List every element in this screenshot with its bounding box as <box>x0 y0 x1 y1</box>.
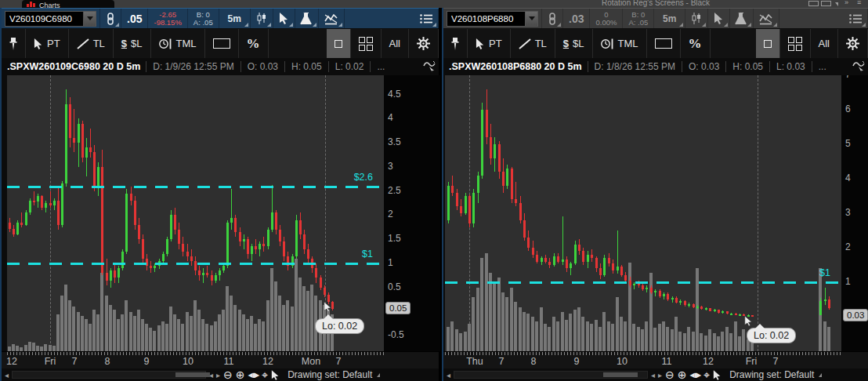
zoom-out-icon[interactable]: ⊖ <box>223 369 233 380</box>
price-axis-right[interactable]: 76543210.03 <box>841 75 868 351</box>
scroll-left-icon[interactable]: ◂ <box>447 371 450 379</box>
volume-bar <box>153 331 156 351</box>
tml-tool-button[interactable]: TML <box>151 29 205 58</box>
volume-bar <box>602 312 606 351</box>
volume-bar <box>544 324 547 351</box>
chart-menu-button[interactable] <box>844 9 868 28</box>
symbol-input[interactable] <box>447 11 525 27</box>
zoom-in-icon[interactable]: ⊕ <box>236 369 245 380</box>
x-axis-tick: 9 <box>144 356 150 367</box>
zoom-in-icon[interactable]: ⊕ <box>678 369 687 380</box>
link-button[interactable] <box>100 9 121 28</box>
drawing-set-label[interactable]: Drawing set: Default <box>288 369 372 380</box>
step-left-icon[interactable]: ◂ <box>651 371 655 379</box>
all-charts-button[interactable]: All <box>382 29 409 58</box>
patterns-button[interactable] <box>754 9 779 28</box>
drawing-set-label[interactable]: Drawing set: Default <box>729 369 814 380</box>
price-plot-right[interactable]: $1Lo: 0.02 <box>445 75 841 351</box>
studies-button[interactable] <box>295 9 319 28</box>
window-menu-icon[interactable]: ≡ <box>857 0 861 6</box>
percent-tool-button[interactable]: % <box>681 29 711 58</box>
studies-button[interactable] <box>730 9 754 28</box>
symbol-input[interactable] <box>5 11 83 27</box>
pt-tool-button[interactable]: PT <box>468 29 511 58</box>
window-restore-icon[interactable] <box>808 1 819 6</box>
volume-bar <box>472 297 475 351</box>
price-axis-left[interactable]: 54.543.532.521.510.5-0.50.05 <box>384 75 440 351</box>
symbol-dropdown-button[interactable] <box>83 11 96 27</box>
all-charts-button[interactable]: All <box>811 29 838 58</box>
crosshair-icon[interactable]: ⌖ <box>262 369 268 380</box>
tab-charts[interactable]: Charts <box>22 0 114 8</box>
window-dropdown-icon[interactable] <box>835 2 838 6</box>
scrollbar-thumb[interactable] <box>603 372 638 377</box>
chart-settings-button[interactable] <box>838 29 868 58</box>
link-button[interactable] <box>542 9 563 28</box>
tl-tool-button[interactable]: TL <box>69 29 114 58</box>
scrollbar-thumb[interactable] <box>175 372 210 377</box>
price-plot-left[interactable]: $2.6$1Lo: 0.02 <box>7 75 384 351</box>
pointer-mode-icon[interactable] <box>271 370 280 380</box>
step-right-icon[interactable]: ▸ <box>658 371 662 379</box>
grid-view-button[interactable] <box>780 29 811 58</box>
rectangle-tool-button[interactable] <box>205 29 239 58</box>
header-more-button[interactable]: ... <box>370 61 391 72</box>
tl-tool-button[interactable]: TL <box>511 29 555 58</box>
candle-body <box>700 307 703 309</box>
last-price-bubble: 0.03 <box>843 309 868 321</box>
chart-tab-icon <box>27 1 35 7</box>
bar-width-icon[interactable]: ◀▮▶ <box>248 372 259 379</box>
timeframe-button[interactable]: 5m <box>219 9 251 28</box>
chart-menu-button[interactable] <box>414 9 439 28</box>
drawing-toggle-icon[interactable] <box>852 61 865 73</box>
pt-tool-button[interactable]: PT <box>26 29 69 58</box>
expand-icon[interactable]: » <box>844 0 848 6</box>
sl-tool-button[interactable]: $ $L <box>555 29 593 58</box>
step-right-icon[interactable]: ▸ <box>216 371 220 379</box>
patterns-button[interactable] <box>319 9 345 28</box>
chart-type-button[interactable] <box>251 9 273 28</box>
time-scrollbar[interactable] <box>454 371 648 379</box>
pointer-tool-button[interactable] <box>708 9 730 28</box>
single-chart-view-button[interactable] <box>756 29 780 58</box>
scroll-left-icon[interactable]: ◂ <box>5 371 9 379</box>
volume-bar <box>704 336 707 351</box>
header-more-button[interactable]: ... <box>812 61 833 72</box>
time-axis-left[interactable]: 12Fri789101112Mon7 <box>2 351 439 368</box>
volume-bar <box>476 288 479 351</box>
single-chart-view-button[interactable] <box>327 29 351 58</box>
drawing-set-dropdown-icon[interactable] <box>819 373 822 377</box>
y-axis-tick: 3 <box>845 207 851 218</box>
time-axis-right[interactable]: Thu789101112Fri7 <box>443 351 868 368</box>
drawing-toggle-icon[interactable] <box>423 61 436 73</box>
grid-view-button[interactable] <box>351 29 382 58</box>
single-square-icon <box>764 40 772 48</box>
window-maximize-icon[interactable] <box>821 1 831 6</box>
chart-settings-button[interactable] <box>409 29 439 58</box>
pointer-tool-button[interactable] <box>273 9 295 28</box>
rectangle-tool-button[interactable] <box>647 29 681 58</box>
chart-area-left[interactable]: .SPXW260109C6980 20 D 5m D: 1/9/26 12:55… <box>2 58 439 381</box>
chart-area-right[interactable]: .SPXW260108P6880 20 D 5m D: 1/8/26 12:55… <box>443 58 868 381</box>
price-alert-line[interactable] <box>7 263 384 265</box>
percent-tool-button[interactable]: % <box>239 29 269 58</box>
pin-button[interactable] <box>443 29 468 58</box>
volume-bar <box>250 316 253 351</box>
timeframe-button[interactable]: 5m <box>654 9 685 28</box>
pin-button[interactable] <box>2 29 26 58</box>
price-alert-line[interactable] <box>445 281 841 284</box>
symbol-dropdown-button[interactable] <box>525 11 538 27</box>
bid-ask: B: 0 A: .05 <box>623 9 654 28</box>
tml-tool-button[interactable]: TML <box>593 29 647 58</box>
crosshair-icon[interactable]: ⌖ <box>703 369 710 380</box>
zoom-out-icon[interactable]: ⊖ <box>665 369 675 380</box>
price-alert-line[interactable] <box>7 186 384 188</box>
pointer-mode-icon[interactable] <box>713 370 722 380</box>
volume-bar <box>262 321 265 351</box>
cursor-icon <box>279 13 289 24</box>
time-scrollbar[interactable] <box>12 371 206 379</box>
chart-type-button[interactable] <box>685 9 708 28</box>
bar-width-icon[interactable]: ◀▮▶ <box>690 372 701 379</box>
sl-tool-button[interactable]: $ $L <box>114 29 151 58</box>
drawing-set-dropdown-icon[interactable] <box>377 373 380 377</box>
